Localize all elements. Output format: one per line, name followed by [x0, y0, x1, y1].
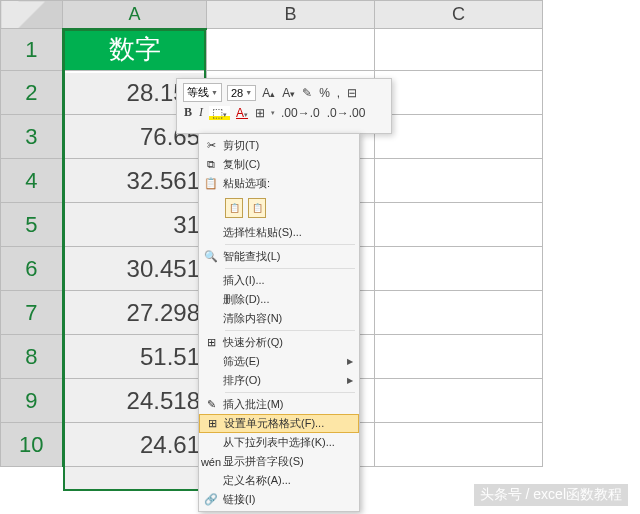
row-header-10[interactable]: 10 [1, 423, 63, 467]
menu-phonetic[interactable]: wén显示拼音字段(S) [199, 452, 359, 471]
watermark: 头条号 / excel函数教程 [474, 484, 628, 506]
cell-A4[interactable]: 32.561 [63, 159, 207, 203]
menu-quick-analysis[interactable]: ⊞快速分析(Q) [199, 333, 359, 352]
cell-A8[interactable]: 51.51 [63, 335, 207, 379]
menu-smart-lookup[interactable]: 🔍智能查找(L) [199, 247, 359, 266]
chevron-right-icon: ▶ [347, 376, 353, 385]
menu-delete[interactable]: 删除(D)... [199, 290, 359, 309]
row-header-7[interactable]: 7 [1, 291, 63, 335]
row-header-6[interactable]: 6 [1, 247, 63, 291]
col-header-A[interactable]: A [63, 1, 207, 29]
cell-B1[interactable] [207, 29, 375, 71]
format-painter-icon[interactable]: ✎ [301, 86, 313, 100]
cell-C5[interactable] [375, 203, 543, 247]
cell-C2[interactable] [375, 71, 543, 115]
menu-insert-comment[interactable]: ✎插入批注(M) [199, 395, 359, 414]
chevron-right-icon: ▶ [347, 357, 353, 366]
select-all-corner[interactable] [1, 1, 63, 29]
row-header-9[interactable]: 9 [1, 379, 63, 423]
cell-A6[interactable]: 30.451 [63, 247, 207, 291]
menu-filter[interactable]: 筛选(E)▶ [199, 352, 359, 371]
bold-button[interactable]: B [183, 105, 193, 120]
cell-A10[interactable]: 24.61 [63, 423, 207, 467]
cell-A7[interactable]: 27.298 [63, 291, 207, 335]
row-header-8[interactable]: 8 [1, 335, 63, 379]
context-menu: ✂剪切(T) ⧉复制(C) 📋粘贴选项: 📋 📋 选择性粘贴(S)... 🔍智能… [198, 133, 360, 512]
clipboard-icon: 📋 [199, 177, 223, 190]
increase-decimal-icon[interactable]: .0→.00 [326, 106, 367, 120]
percent-icon[interactable]: % [318, 86, 331, 100]
font-selector[interactable]: 等线▼ [183, 83, 222, 102]
cell-C8[interactable] [375, 335, 543, 379]
search-icon: 🔍 [199, 250, 223, 263]
menu-paste-options: 📋粘贴选项: [199, 174, 359, 193]
cell-C7[interactable] [375, 291, 543, 335]
cell-C4[interactable] [375, 159, 543, 203]
cell-C9[interactable] [375, 379, 543, 423]
merge-icon[interactable]: ⊟ [346, 86, 358, 100]
menu-paste-special[interactable]: 选择性粘贴(S)... [199, 223, 359, 242]
col-header-C[interactable]: C [375, 1, 543, 29]
row-header-1[interactable]: 1 [1, 29, 63, 71]
cell-C6[interactable] [375, 247, 543, 291]
link-icon: 🔗 [199, 493, 223, 506]
row-header-2[interactable]: 2 [1, 71, 63, 115]
row-header-5[interactable]: 5 [1, 203, 63, 247]
menu-hyperlink[interactable]: 🔗链接(I) [199, 490, 359, 509]
decrease-decimal-icon[interactable]: .00→.0 [280, 106, 321, 120]
cell-A1[interactable]: 数字 [63, 29, 207, 71]
menu-insert[interactable]: 插入(I)... [199, 271, 359, 290]
copy-icon: ⧉ [199, 158, 223, 171]
fill-color-icon[interactable]: ⬚▾ [209, 106, 230, 120]
row-header-3[interactable]: 3 [1, 115, 63, 159]
font-color-icon[interactable]: A▾ [235, 106, 249, 120]
row-header-4[interactable]: 4 [1, 159, 63, 203]
mini-toolbar: 等线▼ 28▼ A▴ A▾ ✎ % , ⊟ B I ⬚▾ A▾ ⊞▾ .00→.… [176, 78, 392, 134]
menu-format-cells[interactable]: ⊞设置单元格格式(F)... [199, 414, 359, 433]
menu-pick-list[interactable]: 从下拉列表中选择(K)... [199, 433, 359, 452]
menu-clear[interactable]: 清除内容(N) [199, 309, 359, 328]
comma-icon[interactable]: , [336, 86, 341, 100]
increase-font-icon[interactable]: A▴ [261, 86, 276, 100]
cell-A9[interactable]: 24.518 [63, 379, 207, 423]
analysis-icon: ⊞ [199, 336, 223, 349]
paste-options-row: 📋 📋 [199, 193, 359, 223]
format-icon: ⊞ [200, 417, 224, 430]
menu-define-name[interactable]: 定义名称(A)... [199, 471, 359, 490]
paste-values-icon[interactable]: 📋 [248, 198, 266, 218]
phonetic-icon: wén [199, 456, 223, 468]
cell-A5[interactable]: 31 [63, 203, 207, 247]
comment-icon: ✎ [199, 398, 223, 411]
menu-cut[interactable]: ✂剪切(T) [199, 136, 359, 155]
cell-C1[interactable] [375, 29, 543, 71]
cell-C10[interactable] [375, 423, 543, 467]
decrease-font-icon[interactable]: A▾ [281, 86, 296, 100]
col-header-B[interactable]: B [207, 1, 375, 29]
menu-sort[interactable]: 排序(O)▶ [199, 371, 359, 390]
cell-C3[interactable] [375, 115, 543, 159]
border-icon[interactable]: ⊞ [254, 106, 266, 120]
scissors-icon: ✂ [199, 139, 223, 152]
menu-copy[interactable]: ⧉复制(C) [199, 155, 359, 174]
font-size-selector[interactable]: 28▼ [227, 85, 256, 101]
italic-button[interactable]: I [198, 105, 204, 120]
paste-default-icon[interactable]: 📋 [225, 198, 243, 218]
